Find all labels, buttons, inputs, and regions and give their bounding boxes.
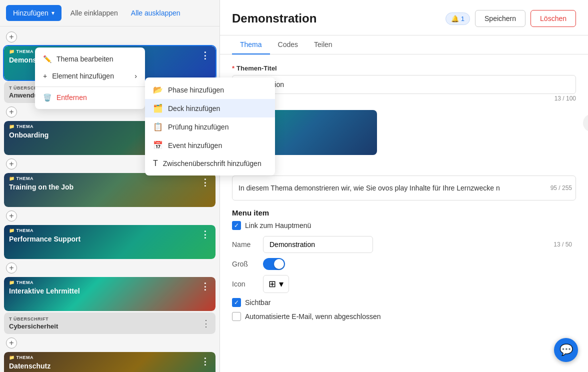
context-edit[interactable]: ✏️ Thema bearbeiten	[35, 50, 145, 68]
list-item[interactable]: 📁 THEMA ⋮ Interaktive Lehrmittel	[4, 277, 216, 311]
uberschrift-cybersicherheit[interactable]: T ÜBERSCHRIFT Cybersicherheit ⋮	[4, 312, 216, 334]
add-item-button-top[interactable]: +	[6, 32, 17, 42]
add-button[interactable]: Hinzufügen ▾	[6, 5, 62, 21]
thema-header: 📁 THEMA ⋮	[4, 225, 216, 235]
add-item-button-2[interactable]: +	[6, 158, 17, 170]
badge-count: 1	[461, 15, 464, 22]
context-menu-trigger[interactable]: ⋮	[198, 281, 212, 292]
thema-training[interactable]: 📁 THEMA ⋮ Training on the Job	[4, 173, 216, 207]
thema-header: 📁 THEMA ⋮	[4, 277, 216, 287]
check-icon: ✓	[234, 299, 239, 306]
event-icon: 📅	[153, 140, 163, 150]
thema-datenschutz[interactable]: 📁 THEMA ⋮ Datenschutz	[4, 352, 216, 372]
context-menu-trigger[interactable]: ⋮	[198, 177, 212, 188]
grob-toggle[interactable]	[263, 258, 285, 270]
thema-performance[interactable]: 📁 THEMA ⋮ Performance Support	[4, 225, 216, 259]
submenu-phase[interactable]: 📂 Phase hinzufügen	[145, 80, 220, 99]
tabs: Thema Codes Teilen	[220, 36, 588, 54]
add-item-button-5[interactable]: +	[6, 338, 17, 348]
add-item-button-1[interactable]: +	[6, 106, 17, 118]
submenu-prufung[interactable]: 📋 Prüfung hinzufügen	[145, 118, 220, 136]
list-item[interactable]: 📁 THEMA ⋮ Performance Support	[4, 225, 216, 259]
left-panel: Hinzufügen ▾ Alle einklappen Alle auskla…	[0, 0, 220, 372]
delete-image-button[interactable]: 🗑️	[583, 114, 588, 132]
save-button[interactable]: Speichern	[475, 10, 526, 27]
folder-icon: 📁	[9, 176, 15, 181]
thema-tag: 📁 THEMA	[9, 355, 34, 360]
prufung-icon: 📋	[153, 122, 163, 132]
thema-tag: 📁 THEMA	[9, 124, 34, 129]
grob-row: Groß	[232, 258, 576, 270]
uberschrift-menu-btn[interactable]: ⋮	[202, 318, 210, 329]
folder-icon: 📁	[9, 280, 15, 285]
context-add-element[interactable]: + Element hinzufügen ›	[35, 68, 145, 84]
check-icon: ✓	[234, 222, 239, 229]
add-item-button-3[interactable]: +	[6, 210, 17, 222]
add-row-5: +	[0, 336, 220, 350]
badge-button[interactable]: 🔔 1	[446, 12, 470, 25]
collapse-button[interactable]: Alle einklappen	[66, 6, 122, 20]
themen-titel-counter: 13 / 100	[554, 95, 576, 102]
tab-thema[interactable]: Thema	[232, 36, 270, 54]
inhalt-input[interactable]	[232, 176, 576, 200]
delete-button[interactable]: Löschen	[530, 10, 576, 27]
folder-icon: 📁	[9, 228, 15, 233]
heading-icon: T	[9, 86, 12, 90]
thema-name: Training on the Job	[4, 183, 216, 195]
submenu-zwischenuber[interactable]: T Zwischenüberschrift hinzufügen	[145, 154, 220, 172]
icon-field-label: Icon	[232, 280, 257, 288]
zwischenuber-icon: T	[153, 159, 158, 168]
sichtbar-checkbox[interactable]: ✓	[232, 298, 241, 307]
email-row: Automatisierte E-Mail, wenn abgeschlosse…	[232, 312, 576, 321]
phase-icon: 📂	[153, 85, 163, 94]
menu-item-label: Menu item	[232, 208, 576, 217]
context-menu-trigger[interactable]: ⋮	[198, 356, 212, 367]
context-remove[interactable]: 🗑️ Entfernen	[35, 89, 145, 106]
chat-button[interactable]: 💬	[554, 338, 578, 362]
add-row-top: +	[0, 30, 220, 44]
header-actions: 🔔 1 Speichern Löschen	[446, 10, 576, 35]
folder-icon: 📁	[9, 49, 15, 54]
grob-label: Groß	[232, 260, 257, 268]
email-checkbox[interactable]	[232, 312, 241, 321]
page-title: Demonstration	[232, 12, 316, 34]
thema-name: Interaktive Lehrmittel	[4, 287, 216, 299]
trash-icon: 🗑️	[43, 94, 52, 102]
themen-titel-input[interactable]	[232, 75, 576, 94]
submenu: 📂 Phase hinzufügen 🗂️ Deck hinzufügen 📋 …	[145, 78, 220, 176]
submenu-event[interactable]: 📅 Event hinzufügen	[145, 136, 220, 154]
context-menu-trigger[interactable]: ⋮	[198, 229, 212, 240]
folder-icon: 📁	[9, 355, 15, 360]
plus-icon: +	[43, 72, 47, 80]
tab-codes[interactable]: Codes	[270, 36, 306, 54]
expand-button[interactable]: Alle ausklappen	[127, 6, 184, 20]
thema-interaktiv[interactable]: 📁 THEMA ⋮ Interaktive Lehrmittel	[4, 277, 216, 311]
context-menu-trigger[interactable]: ⋮	[198, 50, 212, 61]
inhalt-counter: 95 / 255	[550, 184, 572, 192]
icon-select[interactable]: ⊞ ▾	[263, 275, 289, 293]
heading-icon: T	[9, 316, 12, 322]
add-item-button-4[interactable]: +	[6, 262, 17, 274]
submenu-deck[interactable]: 🗂️ Deck hinzufügen	[145, 99, 220, 118]
right-panel: Demonstration 🔔 1 Speichern Löschen Them…	[220, 0, 588, 372]
thema-tag: 📁 THEMA	[9, 280, 34, 285]
link-hauptmenu-row: ✓ Link zum Hauptmenü	[232, 221, 576, 230]
list-container: + 📁 THEMA ⋮ Demonstration ✏️ Thema bearb…	[0, 26, 220, 372]
name-input[interactable]	[263, 236, 373, 253]
add-label: Hinzufügen	[13, 9, 48, 17]
edit-icon: ✏️	[43, 55, 52, 63]
link-hauptmenu-label: Link zum Hauptmenü	[245, 222, 311, 230]
thema-tag: 📁 THEMA	[9, 49, 34, 54]
name-counter: 13 / 50	[554, 241, 572, 248]
email-label: Automatisierte E-Mail, wenn abgeschlosse…	[245, 312, 381, 320]
add-row-3: +	[0, 208, 220, 224]
list-item[interactable]: 📁 THEMA ⋮ Datenschutz	[4, 352, 216, 372]
list-item[interactable]: 📁 THEMA ⋮ Training on the Job	[4, 173, 216, 207]
toggle-knob	[274, 259, 284, 269]
name-field-label: Name	[232, 240, 257, 248]
list-item[interactable]: T ÜBERSCHRIFT Cybersicherheit ⋮	[4, 312, 216, 334]
alert-icon: 🔔	[451, 15, 459, 22]
thema-name: Performance Support	[4, 235, 216, 247]
tab-teilen[interactable]: Teilen	[306, 36, 340, 54]
link-hauptmenu-checkbox[interactable]: ✓	[232, 221, 241, 230]
